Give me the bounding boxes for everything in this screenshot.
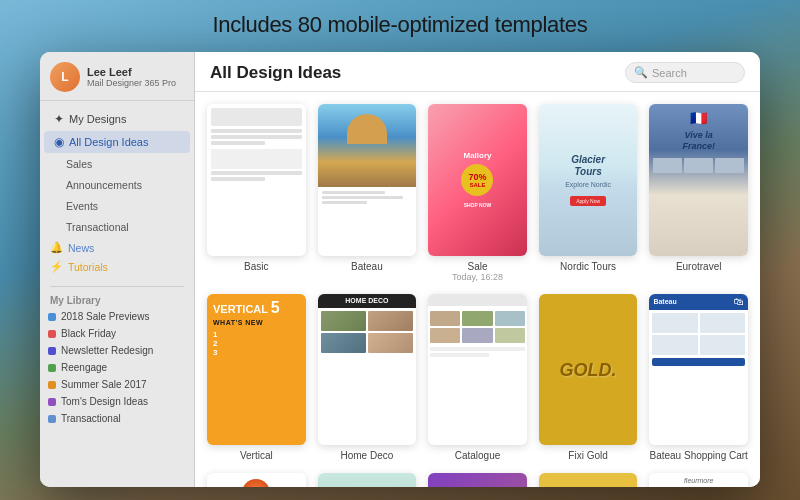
template-card-sale[interactable]: Mallory 70% SALE SHOP NOW Sale Today, 16… bbox=[428, 104, 527, 282]
sidebar-item-transactional[interactable]: Transactional bbox=[44, 217, 190, 237]
template-card-fixigold[interactable]: GOLD. Fixi Gold bbox=[539, 294, 638, 462]
template-thumb-tortillah: Tortillahthis week bbox=[539, 473, 638, 487]
sidebar-item-events[interactable]: Events bbox=[44, 196, 190, 216]
sidebar: L Lee Leef Mail Designer 365 Pro ✦ My De… bbox=[40, 52, 195, 487]
template-label-bateau: Bateau bbox=[351, 261, 383, 272]
template-thumb-fixigold: GOLD. bbox=[539, 294, 638, 446]
thumb-header bbox=[211, 108, 302, 126]
template-grid: Basic Bateau Ma bbox=[195, 92, 760, 487]
template-card-fleurmore[interactable]: fleurmore Fleurmore bbox=[649, 473, 748, 487]
app-window: L Lee Leef Mail Designer 365 Pro ✦ My De… bbox=[40, 52, 760, 487]
main-header: All Design Ideas 🔍 Search bbox=[195, 52, 760, 92]
library-dot-summer bbox=[48, 381, 56, 389]
library-item-transactional[interactable]: Transactional bbox=[40, 410, 194, 427]
template-card-bateau-cart[interactable]: Bateau 🛍 Bateau Shopping Cart bbox=[649, 294, 748, 462]
library-item-toms[interactable]: Tom's Design Ideas bbox=[40, 393, 194, 410]
sidebar-item-all-design-ideas[interactable]: ◉ All Design Ideas bbox=[44, 131, 190, 153]
main-title: All Design Ideas bbox=[210, 63, 341, 83]
template-card-nordic[interactable]: GlacierTours Explore Nordic Apply Now No… bbox=[539, 104, 638, 282]
profile-info: Lee Leef Mail Designer 365 Pro bbox=[87, 66, 176, 88]
template-card-bateau[interactable]: Bateau bbox=[318, 104, 417, 282]
search-placeholder: Search bbox=[652, 67, 687, 79]
template-thumb-fleurmore: fleurmore bbox=[649, 473, 748, 487]
library-item-reengage[interactable]: Reengage bbox=[40, 359, 194, 376]
template-thumb-vertical: VERTICAL 5 WHAT'S NEW 1 2 3 bbox=[207, 294, 306, 446]
template-card-omg[interactable]: O!MiG! O!MiG! bbox=[428, 473, 527, 487]
template-card-basic[interactable]: Basic bbox=[207, 104, 306, 282]
profile-name: Lee Leef bbox=[87, 66, 176, 78]
template-card-eurotravel[interactable]: 🇫🇷 Vive laFrance! Eurotravel bbox=[649, 104, 748, 282]
news-icon: 🔔 bbox=[50, 241, 63, 254]
sidebar-item-my-designs[interactable]: ✦ My Designs bbox=[44, 108, 190, 130]
library-item-newsletter[interactable]: Newsletter Redesign bbox=[40, 342, 194, 359]
template-thumb-homedeco: HOME DECO bbox=[318, 294, 417, 446]
template-thumb-nordic: GlacierTours Explore Nordic Apply Now bbox=[539, 104, 638, 256]
template-thumb-catalogue bbox=[428, 294, 527, 446]
sidebar-item-news[interactable]: 🔔 News bbox=[40, 238, 194, 257]
my-library-title: My Library bbox=[40, 291, 194, 308]
tutorials-icon: ⚡ bbox=[50, 260, 63, 273]
profile-section: L Lee Leef Mail Designer 365 Pro bbox=[40, 52, 194, 101]
sidebar-item-sales[interactable]: Sales bbox=[44, 154, 190, 174]
library-list: 2018 Sale Previews Black Friday Newslett… bbox=[40, 308, 194, 427]
search-box[interactable]: 🔍 Search bbox=[625, 62, 745, 83]
template-label-bateau-cart: Bateau Shopping Cart bbox=[649, 450, 747, 461]
template-label-catalogue: Catalogue bbox=[455, 450, 501, 461]
template-card-peak[interactable]: the Peak The Peak bbox=[318, 473, 417, 487]
profile-sub: Mail Designer 365 Pro bbox=[87, 78, 176, 88]
ideas-icon: ◉ bbox=[54, 135, 64, 149]
library-item-2018[interactable]: 2018 Sale Previews bbox=[40, 308, 194, 325]
template-thumb-bateau-cart: Bateau 🛍 bbox=[649, 294, 748, 446]
sidebar-nav: ✦ My Designs ◉ All Design Ideas Sales An… bbox=[40, 101, 194, 282]
library-dot-reengage bbox=[48, 364, 56, 372]
template-label-eurotravel: Eurotravel bbox=[676, 261, 722, 272]
library-dot-toms bbox=[48, 398, 56, 406]
library-dot-transactional bbox=[48, 415, 56, 423]
sidebar-item-tutorials[interactable]: ⚡ Tutorials bbox=[40, 257, 194, 276]
library-dot-newsletter bbox=[48, 347, 56, 355]
template-thumb-sale: Mallory 70% SALE SHOP NOW bbox=[428, 104, 527, 256]
library-item-blackfriday[interactable]: Black Friday bbox=[40, 325, 194, 342]
page-title: Includes 80 mobile-optimized templates bbox=[0, 0, 800, 48]
template-label-sale: Sale bbox=[467, 261, 487, 272]
template-label-nordic: Nordic Tours bbox=[560, 261, 616, 272]
search-icon: 🔍 bbox=[634, 66, 648, 79]
library-dot-2018 bbox=[48, 313, 56, 321]
template-card-twist[interactable]: Twistof Twist Twist bbox=[207, 473, 306, 487]
template-card-catalogue[interactable]: Catalogue bbox=[428, 294, 527, 462]
sidebar-item-announcements[interactable]: Announcements bbox=[44, 175, 190, 195]
sidebar-divider bbox=[50, 286, 184, 287]
template-sublabel-sale: Today, 16:28 bbox=[452, 272, 503, 282]
template-label-vertical: Vertical bbox=[240, 450, 273, 461]
library-dot-blackfriday bbox=[48, 330, 56, 338]
template-thumb-bateau bbox=[318, 104, 417, 256]
template-label-basic: Basic bbox=[244, 261, 268, 272]
template-card-vertical[interactable]: VERTICAL 5 WHAT'S NEW 1 2 3 Vertical bbox=[207, 294, 306, 462]
avatar: L bbox=[50, 62, 80, 92]
library-item-summer[interactable]: Summer Sale 2017 bbox=[40, 376, 194, 393]
template-label-homedeco: Home Deco bbox=[340, 450, 393, 461]
template-card-tortillah[interactable]: Tortillahthis week Tortillah bbox=[539, 473, 638, 487]
template-thumb-omg: O!MiG! bbox=[428, 473, 527, 487]
template-thumb-peak: the Peak bbox=[318, 473, 417, 487]
template-label-fixigold: Fixi Gold bbox=[568, 450, 607, 461]
template-thumb-twist: Twistof Twist bbox=[207, 473, 306, 487]
main-content: All Design Ideas 🔍 Search Basic bbox=[195, 52, 760, 487]
template-thumb-basic bbox=[207, 104, 306, 256]
template-thumb-eurotravel: 🇫🇷 Vive laFrance! bbox=[649, 104, 748, 256]
template-card-homedeco[interactable]: HOME DECO Home Deco bbox=[318, 294, 417, 462]
designs-icon: ✦ bbox=[54, 112, 64, 126]
